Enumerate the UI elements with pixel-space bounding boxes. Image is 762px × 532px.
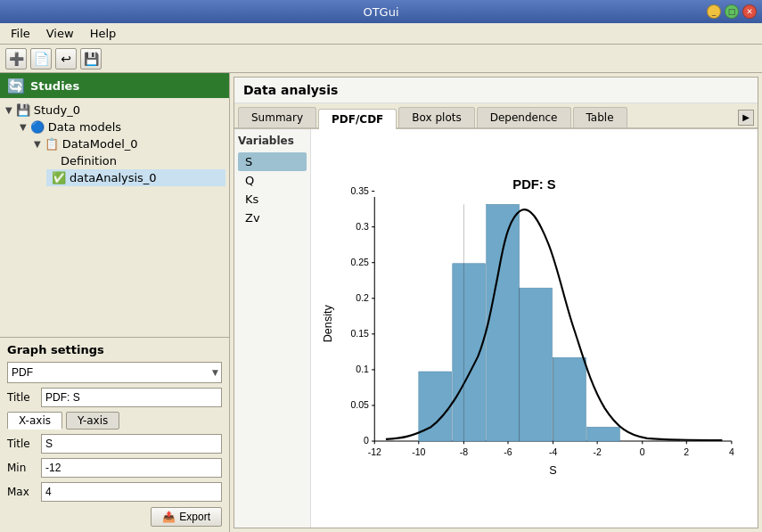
svg-text:0.2: 0.2	[356, 292, 369, 303]
variable-s[interactable]: S	[238, 152, 307, 171]
menu-file[interactable]: File	[4, 25, 37, 42]
svg-text:-10: -10	[412, 446, 425, 457]
y-axis-tab[interactable]: Y-axis	[66, 412, 119, 430]
variables-panel: Variables S Q Ks Zv	[234, 129, 311, 528]
svg-text:4: 4	[729, 446, 734, 457]
tree-definition[interactable]: Definition	[46, 152, 225, 169]
x-max-row: Max	[7, 482, 222, 502]
svg-rect-44	[587, 427, 620, 441]
tab-table[interactable]: Table	[573, 107, 627, 127]
svg-text:-4: -4	[549, 446, 558, 457]
x-min-label: Min	[7, 462, 36, 474]
variables-title: Variables	[238, 135, 307, 147]
tab-nav-right[interactable]: ▶	[738, 110, 754, 126]
minimize-button[interactable]: _	[707, 4, 721, 19]
svg-rect-41	[487, 204, 520, 441]
undo-icon: ↩	[61, 52, 71, 66]
title-row: Title	[7, 388, 222, 407]
svg-text:0.35: 0.35	[350, 185, 369, 196]
tree-datamodel0[interactable]: ▼ 📋 DataModel_0	[32, 135, 225, 152]
close-button[interactable]: ✕	[742, 4, 757, 19]
tree-arrow-dm: ▼	[20, 122, 27, 132]
svg-text:0.25: 0.25	[350, 257, 369, 267]
svg-text:PDF: S: PDF: S	[512, 177, 556, 192]
x-title-row: Title	[7, 434, 222, 454]
tree-dm-label: Data models	[48, 120, 121, 134]
maximize-button[interactable]: □	[725, 4, 739, 19]
tab-dependence[interactable]: Dependence	[477, 107, 571, 127]
tab-bar: Summary PDF/CDF Box plots Dependence Tab…	[234, 103, 758, 129]
tree-def-label: Definition	[61, 154, 117, 168]
open-button[interactable]: 📄	[30, 48, 52, 70]
variable-zv[interactable]: Zv	[238, 209, 307, 227]
toolbar: ➕ 📄 ↩ 💾	[0, 45, 762, 73]
svg-text:-6: -6	[504, 446, 512, 457]
export-wrapper: 📤 Export	[7, 507, 222, 527]
graph-settings: Graph settings PDF CDF ▼ Title X-axis Y-…	[0, 337, 229, 532]
tab-boxplots[interactable]: Box plots	[398, 107, 474, 127]
sidebar-title: Studies	[30, 79, 79, 93]
svg-text:0.15: 0.15	[350, 328, 369, 339]
sidebar: 🔄 Studies ▼ 💾 Study_0 ▼ 🔵 Data models ▼ …	[0, 73, 230, 532]
x-max-input[interactable]	[41, 482, 222, 502]
panel-body: Variables S Q Ks Zv PDF: S	[234, 129, 758, 528]
datamodel-icon: 📋	[45, 137, 59, 151]
svg-text:-12: -12	[368, 446, 381, 457]
sidebar-header: 🔄 Studies	[0, 73, 229, 98]
title-input[interactable]	[41, 388, 222, 407]
tree-analysis-label: dataAnalysis_0	[70, 171, 157, 184]
window-controls: _ □ ✕	[707, 4, 757, 19]
main-content: 🔄 Studies ▼ 💾 Study_0 ▼ 🔵 Data models ▼ …	[0, 73, 762, 532]
undo-button[interactable]: ↩	[55, 48, 77, 70]
export-button[interactable]: 📤 Export	[151, 507, 222, 527]
svg-text:2: 2	[684, 446, 689, 457]
svg-rect-43	[553, 357, 586, 441]
svg-text:S: S	[549, 464, 556, 477]
x-min-input[interactable]	[41, 458, 222, 478]
export-label: Export	[179, 511, 210, 523]
menu-help[interactable]: Help	[83, 25, 124, 42]
x-title-label: Title	[7, 438, 36, 450]
tree-area: ▼ 💾 Study_0 ▼ 🔵 Data models ▼ 📋 DataMode…	[0, 98, 229, 337]
window-title: OTGui	[363, 5, 398, 19]
x-min-row: Min	[7, 458, 222, 478]
axis-tabs: X-axis Y-axis	[7, 412, 222, 430]
variable-q[interactable]: Q	[238, 171, 307, 190]
new-icon: ➕	[9, 52, 24, 66]
variable-ks[interactable]: Ks	[238, 190, 307, 209]
check-icon: ✅	[52, 171, 66, 184]
svg-text:0: 0	[640, 446, 645, 457]
tree-study-label: Study_0	[34, 103, 80, 117]
graph-settings-title: Graph settings	[7, 343, 222, 356]
menu-view[interactable]: View	[39, 25, 81, 42]
menu-bar: File View Help	[0, 23, 762, 45]
right-panel: Data analysis Summary PDF/CDF Box plots …	[234, 77, 758, 528]
type-row: PDF CDF ▼	[7, 362, 222, 383]
type-select[interactable]: PDF CDF	[7, 362, 222, 383]
tab-summary[interactable]: Summary	[238, 107, 316, 127]
tree-study[interactable]: ▼ 💾 Study_0	[4, 102, 225, 119]
tree-arrow-study: ▼	[5, 105, 12, 115]
svg-text:0.05: 0.05	[350, 399, 369, 410]
tree-data-models[interactable]: ▼ 🔵 Data models	[18, 119, 225, 135]
svg-text:-2: -2	[593, 446, 602, 457]
svg-text:0.1: 0.1	[356, 364, 369, 374]
x-axis-tab[interactable]: X-axis	[7, 412, 62, 430]
save-icon: 💾	[84, 52, 99, 66]
tree-data-analysis[interactable]: ✅ dataAnalysis_0	[46, 169, 225, 186]
tree-arrow-dm0: ▼	[34, 139, 41, 149]
svg-text:0.3: 0.3	[356, 221, 369, 232]
x-max-label: Max	[7, 486, 36, 498]
svg-text:-8: -8	[460, 446, 469, 457]
study-icon: 💾	[16, 103, 30, 117]
new-button[interactable]: ➕	[5, 48, 27, 70]
tab-pdfcdf[interactable]: PDF/CDF	[318, 109, 397, 129]
save-button[interactable]: 💾	[80, 48, 102, 70]
chart-area: PDF: S Density S 0 0.05	[311, 129, 758, 528]
panel-title: Data analysis	[234, 78, 758, 103]
pdf-chart: PDF: S Density S 0 0.05	[318, 136, 750, 520]
svg-rect-42	[520, 288, 553, 441]
export-icon: 📤	[162, 511, 176, 523]
x-title-input[interactable]	[41, 434, 222, 454]
open-icon: 📄	[34, 52, 49, 66]
